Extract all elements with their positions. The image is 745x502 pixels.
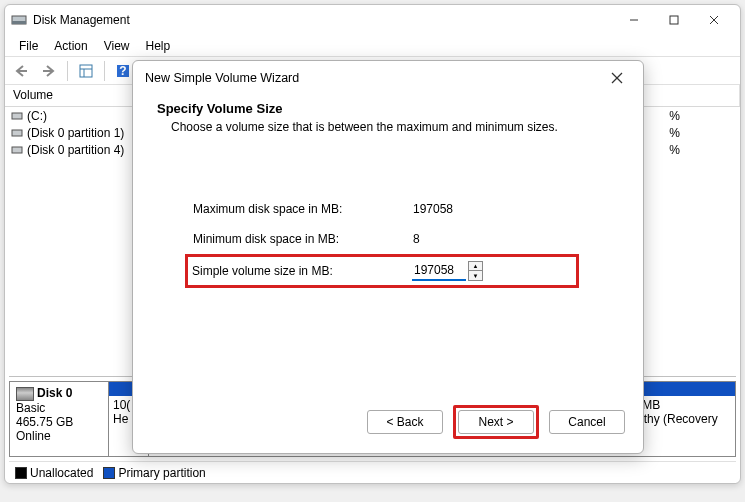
properties-icon[interactable] — [74, 59, 98, 83]
disk-size: 465.75 GB — [16, 415, 102, 429]
svg-rect-3 — [670, 16, 678, 24]
wizard-dialog: New Simple Volume Wizard Specify Volume … — [132, 60, 644, 454]
svg-rect-18 — [12, 113, 22, 119]
volume-free: % — [669, 143, 680, 157]
volume-free: % — [669, 126, 680, 140]
volume-icon — [11, 110, 23, 122]
disk-icon — [11, 12, 27, 28]
disk-name: Disk 0 — [37, 386, 72, 400]
max-space-label: Maximum disk space in MB: — [193, 202, 413, 216]
volume-size-label: Simple volume size in MB: — [192, 264, 412, 278]
menu-view[interactable]: View — [96, 37, 138, 55]
volume-name: (Disk 0 partition 1) — [27, 126, 124, 140]
disk-status: Online — [16, 429, 102, 443]
menu-help[interactable]: Help — [138, 37, 179, 55]
menu-action[interactable]: Action — [46, 37, 95, 55]
window-title: Disk Management — [33, 13, 614, 27]
wizard-title: New Simple Volume Wizard — [145, 71, 603, 85]
drive-icon — [16, 387, 34, 401]
next-button-highlight: Next > — [453, 405, 539, 439]
menu-file[interactable]: File — [11, 37, 46, 55]
back-button[interactable] — [9, 59, 33, 83]
titlebar: Disk Management — [5, 5, 740, 35]
maximize-button[interactable] — [654, 6, 694, 34]
spinner-down-icon[interactable]: ▼ — [469, 271, 482, 280]
min-space-value: 8 — [413, 232, 420, 246]
volume-icon — [11, 127, 23, 139]
svg-text:?: ? — [119, 64, 126, 78]
volume-icon — [11, 144, 23, 156]
wizard-buttons: < Back Next > Cancel — [367, 405, 625, 439]
volume-name: (Disk 0 partition 4) — [27, 143, 124, 157]
minimize-button[interactable] — [614, 6, 654, 34]
wizard-subtext: Choose a volume size that is between the… — [171, 120, 619, 134]
size-row-highlight: Simple volume size in MB: ▲ ▼ — [185, 254, 579, 288]
legend-unallocated: Unallocated — [15, 466, 93, 480]
wizard-titlebar: New Simple Volume Wizard — [133, 61, 643, 95]
svg-rect-19 — [12, 130, 22, 136]
svg-rect-1 — [12, 21, 26, 24]
volume-free: % — [669, 109, 680, 123]
cancel-button[interactable]: Cancel — [549, 410, 625, 434]
close-icon[interactable] — [603, 64, 631, 92]
back-button[interactable]: < Back — [367, 410, 443, 434]
volume-size-input[interactable] — [412, 261, 466, 281]
menubar: File Action View Help — [5, 35, 740, 57]
volume-size-spinner: ▲ ▼ — [412, 261, 483, 281]
min-space-label: Minimum disk space in MB: — [193, 232, 413, 246]
next-button[interactable]: Next > — [458, 410, 534, 434]
legend-primary: Primary partition — [103, 466, 205, 480]
svg-rect-20 — [12, 147, 22, 153]
close-button[interactable] — [694, 6, 734, 34]
svg-rect-8 — [80, 65, 92, 77]
max-space-value: 197058 — [413, 202, 453, 216]
wizard-body: Specify Volume Size Choose a volume size… — [133, 95, 643, 288]
volume-name: (C:) — [27, 109, 47, 123]
legend: Unallocated Primary partition — [9, 461, 736, 483]
wizard-heading: Specify Volume Size — [157, 101, 619, 116]
disk-type: Basic — [16, 401, 102, 415]
forward-button[interactable] — [37, 59, 61, 83]
disk-info[interactable]: Disk 0 Basic 465.75 GB Online — [9, 381, 109, 457]
spinner-up-icon[interactable]: ▲ — [469, 262, 482, 271]
